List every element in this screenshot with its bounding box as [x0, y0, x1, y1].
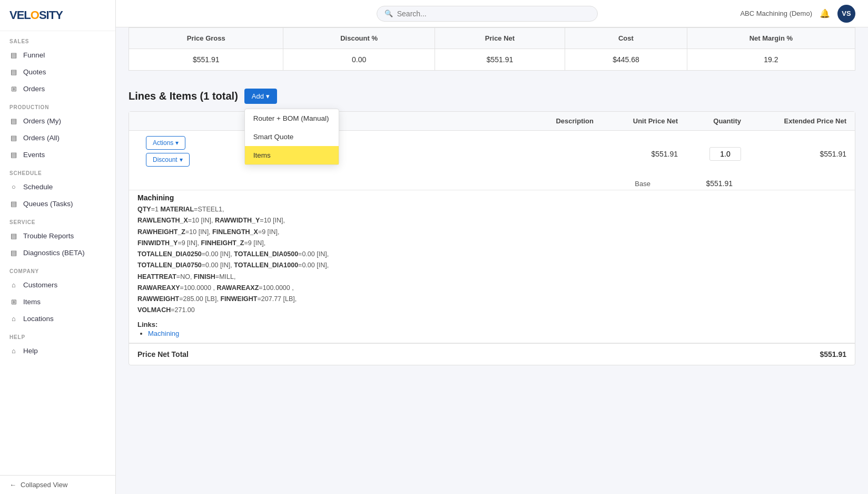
collapse-label: Collapsed View — [21, 481, 67, 489]
summary-cell-4: 19.2 — [687, 49, 855, 71]
logo-text: VELOSITY — [9, 8, 63, 22]
base-price-value: $551.91 — [680, 179, 733, 188]
search-input[interactable] — [397, 9, 590, 18]
sidebar-item-diagnostics[interactable]: ▤ Diagnostics (BETA) — [0, 244, 115, 261]
topnav-right: ABC Machining (Demo) 🔔 VS — [740, 5, 855, 23]
notification-icon[interactable]: 🔔 — [820, 8, 830, 18]
col-header-unit-price: Unit Price Net — [594, 117, 678, 125]
sidebar-item-label-trouble-reports: Trouble Reports — [23, 232, 74, 240]
item-unit-price: $551.91 — [594, 150, 678, 158]
logo: VELOSITY — [0, 0, 115, 31]
sidebar-item-label-orders: Orders — [23, 85, 45, 93]
sidebar-item-customers[interactable]: ⌂ Customers — [0, 276, 115, 293]
collapse-arrow-icon: ← — [9, 481, 16, 489]
events-icon: ▤ — [9, 150, 18, 159]
sidebar-item-orders-my[interactable]: ▤ Orders (My) — [0, 112, 115, 129]
summary-header-net-margin-pct: Net Margin % — [687, 28, 855, 49]
summary-table: Price GrossDiscount %Price NetCostNet Ma… — [129, 27, 855, 71]
search-bar[interactable]: 🔍 — [377, 6, 598, 22]
sidebar-section-sales: SALES — [0, 31, 115, 46]
link-item[interactable]: Machining — [148, 330, 846, 337]
sidebar-item-orders-all[interactable]: ▤ Orders (All) — [0, 129, 115, 146]
sidebar-item-quotes[interactable]: ▤ Quotes — [0, 63, 115, 80]
sidebar-section-company: COMPANY — [0, 261, 115, 276]
summary-header-cost: Cost — [565, 28, 687, 49]
trouble-reports-icon: ▤ — [9, 231, 18, 240]
schedule-icon: ○ — [9, 182, 18, 191]
locations-icon: ⌂ — [9, 314, 18, 323]
queues-icon: ▤ — [9, 199, 18, 208]
dropdown-item-router-bom[interactable]: Router + BOM (Manual) — [245, 109, 339, 128]
item-name: Machining — [137, 193, 846, 202]
sidebar-item-label-orders-all: Orders (All) — [23, 134, 60, 142]
sidebar-item-funnel[interactable]: ▤ Funnel — [0, 46, 115, 63]
sidebar-collapse-btn[interactable]: ← Collapsed View — [0, 475, 115, 494]
summary-cell-3: $445.68 — [565, 49, 687, 71]
summary-header-discount-pct: Discount % — [283, 28, 435, 49]
lines-title: Lines & Items (1 total) — [129, 90, 238, 102]
orders-my-icon: ▤ — [9, 117, 18, 125]
table-row: Actions ▾ Discount ▾ $551.91 $551.91 — [129, 131, 855, 343]
sidebar-item-items[interactable]: ⊞ Items — [0, 293, 115, 310]
funnel-icon: ▤ — [9, 51, 18, 59]
actions-button[interactable]: Actions ▾ — [146, 136, 185, 150]
orders-icon: ⊞ — [9, 84, 18, 93]
sidebar-section-schedule: SCHEDULE — [0, 163, 115, 178]
item-links: Links: Machining — [137, 321, 846, 337]
summary-cell-1: 0.00 — [283, 49, 435, 71]
sidebar-item-locations[interactable]: ⌂ Locations — [0, 310, 115, 327]
sidebar-item-label-queues: Queues (Tasks) — [23, 200, 73, 208]
sidebar: VELOSITY SALES ▤ Funnel ▤ Quotes ⊞ Order… — [0, 0, 116, 494]
diagnostics-icon: ▤ — [9, 248, 18, 257]
sidebar-item-trouble-reports[interactable]: ▤ Trouble Reports — [0, 227, 115, 244]
quantity-input[interactable] — [709, 147, 741, 161]
price-net-total-row: Price Net Total $551.91 — [129, 343, 855, 365]
dropdown-item-items[interactable]: Items — [245, 146, 339, 164]
customers-icon: ⌂ — [9, 280, 18, 289]
user-avatar[interactable]: VS — [837, 5, 855, 23]
actions-label: Actions — [153, 139, 173, 147]
help-icon: ⌂ — [9, 346, 18, 355]
company-name: ABC Machining (Demo) — [740, 9, 812, 17]
sidebar-item-label-quotes: Quotes — [23, 68, 46, 76]
sidebar-sections: SALES ▤ Funnel ▤ Quotes ⊞ Orders PRODUCT… — [0, 31, 115, 359]
summary-header-price-net: Price Net — [435, 28, 565, 49]
links-label: Links: — [137, 321, 157, 328]
sidebar-item-schedule[interactable]: ○ Schedule — [0, 178, 115, 195]
item-quantity-col — [678, 147, 741, 161]
sidebar-item-label-schedule: Schedule — [23, 183, 53, 191]
add-button[interactable]: Add ▾ — [244, 89, 277, 104]
sidebar-item-help[interactable]: ⌂ Help — [0, 342, 115, 359]
lines-section-header: Lines & Items (1 total) Add ▾ Router + B… — [129, 83, 855, 104]
sidebar-item-label-diagnostics: Diagnostics (BETA) — [23, 249, 85, 257]
actions-arrow-icon: ▾ — [175, 139, 179, 147]
sidebar-section-production: PRODUCTION — [0, 97, 115, 112]
item-extended-price: $551.91 — [741, 150, 846, 158]
links-list: Machining — [148, 330, 846, 337]
main-area: 🔍 ABC Machining (Demo) 🔔 VS Price GrossD… — [116, 0, 868, 494]
sidebar-item-label-orders-my: Orders (My) — [23, 117, 61, 125]
add-btn-arrow: ▾ — [266, 92, 270, 100]
add-dropdown-menu: Router + BOM (Manual)Smart QuoteItems — [244, 109, 339, 165]
sidebar-item-label-help: Help — [23, 347, 38, 355]
content-area: Price GrossDiscount %Price NetCostNet Ma… — [116, 27, 868, 494]
discount-arrow-icon: ▾ — [180, 156, 183, 163]
sidebar-item-orders[interactable]: ⊞ Orders — [0, 80, 115, 97]
add-btn-label: Add — [252, 92, 264, 100]
sidebar-item-queues[interactable]: ▤ Queues (Tasks) — [0, 195, 115, 212]
sidebar-item-label-items: Items — [23, 298, 41, 306]
discount-label: Discount — [153, 156, 177, 163]
orders-all-icon: ▤ — [9, 133, 18, 142]
price-net-total-label: Price Net Total — [137, 350, 285, 359]
sidebar-item-events[interactable]: ▤ Events — [0, 146, 115, 163]
sidebar-item-label-funnel: Funnel — [23, 51, 45, 59]
dropdown-item-smart-quote[interactable]: Smart Quote — [245, 128, 339, 146]
link-anchor[interactable]: Machining — [148, 330, 179, 337]
search-icon: 🔍 — [384, 9, 393, 17]
items-table: Description Unit Price Net Quantity Exte… — [129, 111, 855, 365]
sidebar-item-label-locations: Locations — [23, 315, 54, 323]
quotes-icon: ▤ — [9, 67, 18, 76]
topnav: 🔍 ABC Machining (Demo) 🔔 VS — [116, 0, 868, 27]
sidebar-section-service: SERVICE — [0, 212, 115, 227]
discount-button[interactable]: Discount ▾ — [146, 153, 190, 167]
